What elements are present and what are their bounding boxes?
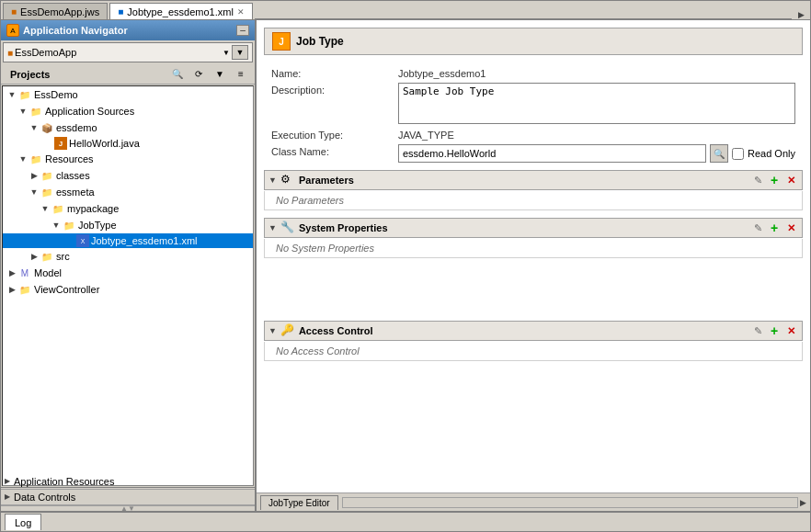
system-properties-add-btn[interactable]: +	[767, 221, 782, 235]
tree-label-jobtype: JobType	[78, 220, 117, 231]
log-bar: Log	[1, 511, 810, 531]
expand-appsources-icon[interactable]: ▼	[17, 106, 29, 117]
tree-label-appsources: Application Sources	[45, 106, 134, 117]
tree-item-viewcontroller[interactable]: ▶ 📁 ViewController	[3, 281, 253, 298]
class-name-row: 🔍 Read Only	[398, 144, 795, 163]
tree-item-jobtype[interactable]: ▼ 📁 JobType	[3, 217, 253, 233]
tree-label-mypackage: mypackage	[67, 203, 119, 214]
name-label: Name:	[271, 66, 391, 79]
access-control-add-btn[interactable]: +	[767, 323, 782, 338]
tab-close-icon[interactable]: ✕	[237, 7, 245, 17]
tree-label-src: src	[56, 251, 70, 262]
tree-label-viewcontroller: ViewController	[34, 284, 99, 295]
tab-scroll-right[interactable]: ▶	[794, 10, 808, 19]
expand-essdemo-pkg-icon[interactable]: ▼	[29, 122, 40, 133]
tab-jobtype-xml[interactable]: ■ Jobtype_essdemo1.xml ✕	[109, 3, 253, 19]
app-resources-tab[interactable]: ▶ Application Resources	[1, 474, 255, 489]
tab-essdemoapp-label: EssDemoApp.jws	[20, 6, 99, 17]
expand-viewcontroller-icon[interactable]: ▶	[6, 284, 17, 295]
parameters-collapse-icon[interactable]: ▼	[268, 175, 277, 185]
tab-essdemoapp-icon: ■	[11, 6, 17, 17]
readonly-checkbox-row: Read Only	[732, 148, 795, 160]
access-control-section-body: No Access Control	[264, 342, 803, 361]
nav-filter-btn[interactable]: ▼	[210, 65, 230, 84]
expand-jobtype-icon[interactable]: ▼	[51, 220, 62, 231]
tree-label-resources: Resources	[45, 153, 94, 164]
log-tab[interactable]: Log	[5, 514, 41, 530]
jobtype-folder-icon: 📁	[62, 218, 76, 232]
tree-item-essdemo-pkg[interactable]: ▼ 📦 essdemo	[3, 119, 253, 136]
parameters-add-btn[interactable]: +	[767, 173, 782, 187]
tree-item-jobtype-xml[interactable]: X Jobtype_essdemo1.xml	[3, 233, 253, 248]
parameters-remove-btn[interactable]: ✕	[783, 173, 798, 187]
tab-essdemoapp[interactable]: ■ EssDemoApp.jws	[3, 3, 108, 19]
tree-label-helloworld: HelloWorld.java	[69, 138, 140, 149]
nav-search-btn[interactable]: 🔍	[167, 65, 188, 84]
tab-jobtype-icon: ■	[118, 6, 123, 17]
expand-mypackage-icon[interactable]: ▼	[40, 203, 51, 214]
app-dropdown-text: EssDemoApp	[15, 47, 221, 58]
parameters-empty-text: No Parameters	[276, 195, 344, 206]
main-window: ■ EssDemoApp.jws ■ Jobtype_essdemo1.xml …	[0, 0, 811, 532]
editor-scroll-right-btn[interactable]: ▶	[800, 498, 806, 507]
class-name-search-btn[interactable]: 🔍	[710, 144, 728, 163]
app-resources-expand-icon[interactable]: ▶	[5, 477, 10, 485]
tab-bar: ■ EssDemoApp.jws ■ Jobtype_essdemo1.xml …	[1, 1, 810, 20]
jobtype-header-icon: J	[272, 32, 291, 51]
app-dropdown[interactable]: ■ EssDemoApp ▼ ▼	[3, 42, 253, 62]
editor-bottom-bar: JobType Editor ▶	[257, 492, 810, 511]
spacer	[264, 266, 803, 321]
readonly-checkbox[interactable]	[732, 148, 744, 160]
system-properties-remove-btn[interactable]: ✕	[783, 221, 798, 235]
tree-item-essmeta[interactable]: ▼ 📁 essmeta	[3, 184, 253, 200]
expand-model-icon[interactable]: ▶	[6, 267, 17, 278]
editor-jobtype-tab[interactable]: JobType Editor	[260, 495, 338, 510]
nav-settings-btn[interactable]: ≡	[231, 65, 251, 84]
system-properties-section-body: No System Properties	[264, 239, 803, 258]
editor-scrollbar[interactable]	[342, 497, 798, 508]
tree-label-essmeta: essmeta	[56, 187, 95, 198]
tree-item-resources[interactable]: ▼ 📁 Resources	[3, 151, 253, 167]
system-properties-section-actions: ✎ + ✕	[750, 221, 798, 235]
left-panel: A Application Navigator ─ ■ EssDemoApp ▼…	[1, 20, 257, 511]
tree-item-classes[interactable]: ▶ 📁 classes	[3, 167, 253, 184]
access-control-edit-btn[interactable]: ✎	[750, 323, 765, 338]
class-name-input[interactable]	[398, 144, 706, 163]
navigator-minimize-btn[interactable]: ─	[236, 25, 249, 36]
tree-item-helloworld[interactable]: J HelloWorld.java	[3, 136, 253, 151]
expand-essmeta-icon[interactable]: ▼	[29, 187, 40, 198]
tree-item-essdemo[interactable]: ▼ 📁 EssDemo	[3, 86, 253, 103]
java-file-icon: J	[54, 137, 67, 150]
system-properties-collapse-icon[interactable]: ▼	[268, 223, 277, 232]
expand-src-icon[interactable]: ▶	[29, 251, 40, 262]
tree-item-model[interactable]: ▶ M Model	[3, 265, 253, 281]
parameters-edit-btn[interactable]: ✎	[750, 173, 765, 187]
tree-label-essdemo: EssDemo	[34, 89, 78, 100]
data-controls-tab[interactable]: ▶ Data Controls	[1, 489, 255, 504]
mypackage-folder-icon: 📁	[51, 201, 65, 216]
access-control-remove-btn[interactable]: ✕	[783, 323, 798, 338]
description-input[interactable]	[398, 83, 795, 124]
data-controls-expand-icon[interactable]: ▶	[5, 492, 10, 501]
name-value: Jobtype_essdemo1	[398, 66, 795, 79]
tree-item-mypackage[interactable]: ▼ 📁 mypackage	[3, 200, 253, 217]
execution-type-value: JAVA_TYPE	[398, 128, 795, 141]
execution-type-label: Execution Type:	[271, 128, 391, 141]
parameters-section-icon: ⚙	[280, 173, 295, 187]
expand-essdemo-icon[interactable]: ▼	[6, 89, 17, 100]
tree-item-appsources[interactable]: ▼ 📁 Application Sources	[3, 103, 253, 119]
tree-item-src[interactable]: ▶ 📁 src	[3, 248, 253, 265]
app-resources-label: Application Resources	[14, 476, 114, 487]
expand-jobtype-xml-icon	[65, 235, 76, 246]
nav-refresh-btn[interactable]: ⟳	[188, 65, 209, 84]
dropdown-settings-btn[interactable]: ▼	[232, 45, 248, 60]
navigator-app-icon: A	[6, 24, 19, 37]
main-area: A Application Navigator ─ ■ EssDemoApp ▼…	[1, 20, 810, 511]
xml-file-icon: X	[76, 234, 89, 247]
access-control-collapse-icon[interactable]: ▼	[268, 326, 277, 335]
expand-classes-icon[interactable]: ▶	[29, 170, 40, 181]
system-properties-edit-btn[interactable]: ✎	[750, 221, 765, 235]
tree-label-jobtype-xml: Jobtype_essdemo1.xml	[91, 235, 198, 246]
expand-resources-icon[interactable]: ▼	[17, 153, 29, 164]
access-control-section-title: Access Control	[299, 325, 750, 336]
